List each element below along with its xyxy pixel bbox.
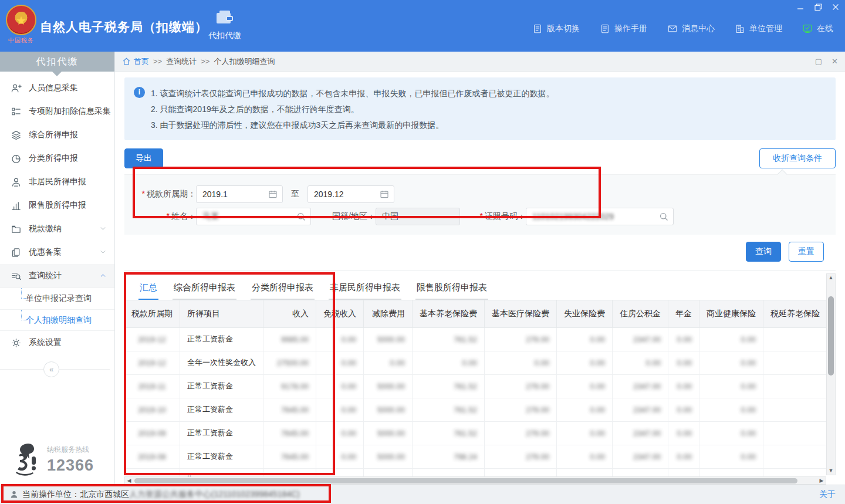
- content-area: i 1. 该查询统计表仅能查询已申报成功的数据，不包含未申报、申报失败，已申报但…: [124, 77, 836, 502]
- tab-4[interactable]: 限售股所得申报表: [415, 279, 488, 300]
- current-unit-blurred: 人力资源公共服务中心(12110102399845184C): [129, 489, 300, 500]
- sidebar-item-5[interactable]: 限售股所得申报: [0, 194, 114, 217]
- period-label: *税款所属期：: [124, 189, 196, 199]
- table-row-3-cell-0: 2019-10: [124, 398, 180, 421]
- table-row-4-cell-9: 0.00: [668, 421, 699, 445]
- pane-maximize-button[interactable]: ▢: [815, 57, 822, 66]
- sidebar-item-label: 查询统计: [29, 270, 99, 281]
- header-menu-item-1[interactable]: 操作手册: [600, 23, 647, 34]
- about-link[interactable]: 关于: [819, 489, 836, 500]
- pane-close-button[interactable]: ✕: [832, 57, 838, 66]
- cell-value: 0.00: [535, 358, 549, 367]
- table-row-1: 2019-12全年一次性奖金收入27500.000.000.000.000.00…: [124, 351, 826, 374]
- sidebar-item-0[interactable]: 人员信息采集: [0, 76, 114, 100]
- sidebar-header: 代扣代缴: [0, 52, 114, 72]
- sidebar-item-1[interactable]: 专项附加扣除信息采集: [0, 100, 114, 123]
- table-row-4-cell-0: 2019-09: [124, 421, 180, 445]
- table-row-0-cell-8: 2347.00: [612, 327, 668, 351]
- export-button[interactable]: 导出: [124, 148, 163, 168]
- calendar-icon[interactable]: [268, 190, 278, 199]
- table-row-2-cell-10: 0.00: [699, 374, 763, 398]
- cell-value: 0.00: [590, 429, 605, 438]
- document-icon: [532, 23, 543, 34]
- breadcrumb-home-link[interactable]: 首页: [134, 56, 149, 67]
- table-row-5-cell-10: 0.00: [699, 445, 763, 468]
- collapse-query-button[interactable]: 收折查询条件: [759, 148, 836, 168]
- breadcrumb-item-0[interactable]: 查询统计: [166, 57, 197, 66]
- period-to-field[interactable]: [307, 185, 394, 203]
- cell-value: 0.00: [677, 405, 692, 414]
- table-row-2-cell-5: 761.52: [412, 374, 484, 398]
- cell-value: 全年一次性奖金收入: [187, 358, 256, 367]
- horizontal-scrollbar[interactable]: ◀ ▶: [124, 476, 826, 485]
- sidebar-item-3[interactable]: 分类所得申报: [0, 147, 114, 170]
- table-row-1-cell-1: 全年一次性奖金收入: [180, 351, 263, 374]
- header-menu-item-4[interactable]: 在线: [802, 23, 833, 34]
- query-button[interactable]: 查询: [746, 242, 781, 262]
- table-row-2-cell-3: 0.00: [316, 374, 364, 398]
- scroll-up-arrow-icon[interactable]: ▲: [827, 274, 835, 282]
- sidebar-item-label: 限售股所得申报: [29, 200, 107, 211]
- module-withholding[interactable]: 代扣代缴: [198, 9, 251, 41]
- name-field[interactable]: [196, 208, 311, 225]
- cell-value: 279.00: [526, 429, 549, 438]
- wallet-icon: [11, 224, 22, 235]
- table-row-0-cell-4: 5000.00: [364, 327, 413, 351]
- notice-line-3: 3. 由于数据处理的滞后性，建议您在申报成功3天之后再来查询最新的申报数据。: [151, 117, 555, 133]
- table-row-5-cell-0: 2019-08: [124, 445, 180, 468]
- table-row-4-cell-10: 0.00: [699, 421, 763, 445]
- cell-value: 7645.00: [281, 405, 309, 414]
- sidebar-subitem-8-0[interactable]: 单位申报记录查询: [0, 287, 114, 309]
- sidebar-subitem-8-1[interactable]: 个人扣缴明细查询: [0, 309, 114, 331]
- sidebar-item-6[interactable]: 税款缴纳: [0, 217, 114, 241]
- scroll-down-arrow-icon[interactable]: ▼: [827, 467, 835, 475]
- search-icon[interactable]: [296, 212, 306, 222]
- window-controls: [796, 2, 840, 12]
- tab-1[interactable]: 综合所得申报表: [173, 279, 236, 300]
- column-header-2: 收入: [263, 300, 316, 327]
- sidebar-item-2[interactable]: 综合所得申报: [0, 123, 114, 147]
- sidebar-subitem-label: 单位申报记录查询: [26, 293, 92, 304]
- name-input[interactable]: [197, 212, 310, 221]
- window-minimize-button[interactable]: [796, 2, 805, 12]
- header-menu-item-0[interactable]: 版本切换: [532, 23, 580, 34]
- window-restore-button[interactable]: [813, 2, 823, 12]
- cell-value: 0.00: [342, 335, 356, 344]
- header-menu-item-2[interactable]: 消息中心: [667, 23, 715, 34]
- sidebar-item-9[interactable]: 系统设置: [0, 331, 114, 354]
- status-bar: 当前操作单位：北京市西城区人力资源公共服务中心(1211010239984518…: [0, 485, 845, 504]
- sidebar-subitem-label: 个人扣缴明细查询: [26, 315, 92, 326]
- cert-number-input[interactable]: [526, 212, 673, 221]
- sidebar-item-8[interactable]: 查询统计: [0, 264, 114, 287]
- sidebar-item-label: 非居民所得申报: [29, 177, 107, 187]
- table-row-5-cell-1: 正常工资薪金: [180, 445, 263, 468]
- table-row-1-cell-10: 0.00: [699, 351, 763, 374]
- window-close-button[interactable]: [831, 2, 840, 12]
- sidebar-collapse-button[interactable]: «: [43, 361, 59, 377]
- required-mark: *: [480, 211, 483, 221]
- sidebar-item-7[interactable]: 优惠备案: [0, 241, 114, 264]
- header-menu-item-3[interactable]: 单位管理: [735, 23, 782, 34]
- cell-value: 9985.00: [281, 335, 309, 344]
- documents-icon: [11, 247, 22, 258]
- cell-value: 0.00: [646, 358, 661, 367]
- cert-number-field[interactable]: [526, 208, 674, 225]
- search-icon[interactable]: [659, 212, 669, 222]
- scroll-left-arrow-icon[interactable]: ◀: [125, 478, 133, 483]
- chevron-up-icon: [99, 272, 107, 280]
- tab-0[interactable]: 汇总: [138, 279, 158, 300]
- vertical-scroll-thumb[interactable]: [828, 296, 834, 376]
- table-row-3: 2019-10正常工资薪金7645.000.005000.00761.52279…: [124, 398, 826, 421]
- tab-3[interactable]: 非居民所得申报表: [329, 279, 401, 300]
- period-from-field[interactable]: [196, 185, 283, 203]
- table-row-4-cell-8: 2347.00: [612, 421, 668, 445]
- horizontal-scroll-thumb[interactable]: [134, 478, 797, 483]
- sidebar-item-4[interactable]: 非居民所得申报: [0, 170, 114, 194]
- calendar-icon[interactable]: [380, 190, 390, 199]
- sidebar-item-label: 专项附加扣除信息采集: [29, 106, 111, 117]
- scroll-right-arrow-icon[interactable]: ▶: [817, 478, 826, 483]
- reset-button[interactable]: 重置: [789, 242, 824, 262]
- tab-2[interactable]: 分类所得申报表: [251, 279, 315, 300]
- tree-guide: [21, 310, 27, 320]
- vertical-scrollbar[interactable]: ▲ ▼: [826, 273, 836, 475]
